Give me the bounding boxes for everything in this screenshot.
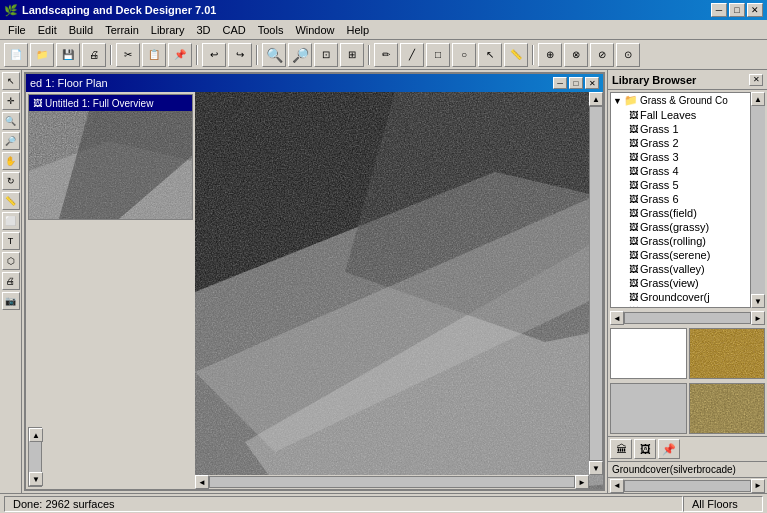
lib-tool-preview[interactable]: 🖼 (634, 439, 656, 459)
tree-expand-icon: ▼ (613, 96, 622, 106)
hscroll-right[interactable]: ► (575, 475, 589, 489)
groundcoverj-icon: 🖼 (629, 292, 638, 302)
main-canvas-svg (195, 92, 603, 489)
tree-item-grassserene[interactable]: 🖼 Grass(serene) (627, 248, 750, 262)
tree-item-grass1[interactable]: 🖼 Grass 1 (627, 122, 750, 136)
tree-item-grass3[interactable]: 🖼 Grass 3 (627, 150, 750, 164)
toolbar-zoom-fit[interactable]: ⊡ (314, 43, 338, 67)
library-title-text: Library Browser (612, 74, 696, 86)
library-browser: Library Browser ✕ ▼ 📁 Grass & Ground Co … (607, 70, 767, 493)
toolbar-measure[interactable]: 📏 (504, 43, 528, 67)
toolbar-zoom-out[interactable]: 🔎 (288, 43, 312, 67)
left-tool-camera[interactable]: 📷 (2, 292, 20, 310)
close-button[interactable]: ✕ (747, 3, 763, 17)
menu-file[interactable]: File (2, 22, 32, 38)
toolbar-undo[interactable]: ↩ (202, 43, 226, 67)
toolbar-tool4[interactable]: ⊙ (616, 43, 640, 67)
menu-terrain[interactable]: Terrain (99, 22, 145, 38)
toolbar-paste[interactable]: 📌 (168, 43, 192, 67)
tree-item-grass6[interactable]: 🖼 Grass 6 (627, 192, 750, 206)
toolbar-rect[interactable]: □ (426, 43, 450, 67)
menu-tools[interactable]: Tools (252, 22, 290, 38)
tree-item-groundcovers[interactable]: 🖼 Groundcover(s (627, 304, 750, 308)
toolbar-new[interactable]: 📄 (4, 43, 28, 67)
menu-3d[interactable]: 3D (190, 22, 216, 38)
canvas-vscroll-down[interactable]: ▼ (589, 461, 603, 475)
library-close-button[interactable]: ✕ (749, 74, 763, 86)
toolbar-sep4 (368, 45, 370, 65)
folder-icon: 📁 (624, 94, 638, 107)
lib-hscroll-right[interactable]: ► (751, 479, 765, 493)
preview-right (689, 328, 766, 379)
tree-hscroll-right[interactable]: ► (751, 311, 765, 325)
left-tool-text[interactable]: T (2, 232, 20, 250)
toolbar-save[interactable]: 💾 (56, 43, 80, 67)
left-tool-pointer[interactable]: ↖ (2, 72, 20, 90)
tree-item-grassgrassy[interactable]: 🖼 Grass(grassy) (627, 220, 750, 234)
vscroll-down[interactable]: ▼ (29, 472, 43, 486)
toolbar-print[interactable]: 🖨 (82, 43, 106, 67)
lib-tool-search[interactable]: 🏛 (610, 439, 632, 459)
menu-window[interactable]: Window (289, 22, 340, 38)
overview-canvas[interactable] (29, 111, 192, 219)
vscroll-up[interactable]: ▲ (29, 428, 43, 442)
toolbar-tool2[interactable]: ⊗ (564, 43, 588, 67)
overview-svg (29, 111, 192, 219)
tree-item-grassvalley[interactable]: 🖼 Grass(valley) (627, 262, 750, 276)
tree-item-grassrolling[interactable]: 🖼 Grass(rolling) (627, 234, 750, 248)
lib-tool-add[interactable]: 📌 (658, 439, 680, 459)
left-tool-measure[interactable]: 📏 (2, 192, 20, 210)
maximize-button[interactable]: □ (729, 3, 745, 17)
left-tool-zoom[interactable]: 🔍 (2, 112, 20, 130)
toolbar-redo[interactable]: ↪ (228, 43, 252, 67)
toolbar-line[interactable]: ╱ (400, 43, 424, 67)
tree-item-grassview[interactable]: 🖼 Grass(view) (627, 276, 750, 290)
left-tool-rotate[interactable]: ↻ (2, 172, 20, 190)
toolbar-copy[interactable]: 📋 (142, 43, 166, 67)
tree-item-grass2[interactable]: 🖼 Grass 2 (627, 136, 750, 150)
toolbar-draw[interactable]: ✏ (374, 43, 398, 67)
floor-plan-close[interactable]: ✕ (585, 77, 599, 89)
hscroll-left[interactable]: ◄ (195, 475, 209, 489)
tree-vscroll-down-btn[interactable]: ▼ (751, 294, 765, 308)
left-tool-zoomout[interactable]: 🔎 (2, 132, 20, 150)
canvas-vscroll-up[interactable]: ▲ (589, 92, 603, 106)
menu-cad[interactable]: CAD (216, 22, 251, 38)
menu-build[interactable]: Build (63, 22, 99, 38)
lib-hscroll-left[interactable]: ◄ (610, 479, 624, 493)
tree-vscroll-up-btn[interactable]: ▲ (751, 92, 765, 106)
tree-item-groundcoverj[interactable]: 🖼 Groundcover(j (627, 290, 750, 304)
left-tool-print[interactable]: 🖨 (2, 272, 20, 290)
floor-plan-maximize[interactable]: □ (569, 77, 583, 89)
toolbar-select[interactable]: ↖ (478, 43, 502, 67)
toolbar-circle[interactable]: ○ (452, 43, 476, 67)
toolbar-zoom-all[interactable]: ⊞ (340, 43, 364, 67)
grass6-icon: 🖼 (629, 194, 638, 204)
toolbar-cut[interactable]: ✂ (116, 43, 140, 67)
tree-item-grass5[interactable]: 🖼 Grass 5 (627, 178, 750, 192)
tree-item-fall-leaves[interactable]: 🖼 Fall Leaves (627, 108, 750, 122)
left-tool-crosshair[interactable]: ✛ (2, 92, 20, 110)
menu-library[interactable]: Library (145, 22, 191, 38)
toolbar-tool1[interactable]: ⊕ (538, 43, 562, 67)
left-tool-pan[interactable]: ✋ (2, 152, 20, 170)
tree-item-grass4[interactable]: 🖼 Grass 4 (627, 164, 750, 178)
minimize-button[interactable]: ─ (711, 3, 727, 17)
menu-edit[interactable]: Edit (32, 22, 63, 38)
grassview-icon: 🖼 (629, 278, 638, 288)
menu-help[interactable]: Help (341, 22, 376, 38)
left-tool-node[interactable]: ⬡ (2, 252, 20, 270)
tree-item-grassfield[interactable]: 🖼 Grass(field) (627, 206, 750, 220)
toolbar-sep2 (196, 45, 198, 65)
toolbar-open[interactable]: 📁 (30, 43, 54, 67)
tree-hscroll-left[interactable]: ◄ (610, 311, 624, 325)
left-tool-area[interactable]: ⬜ (2, 212, 20, 230)
floor-plan-minimize[interactable]: ─ (553, 77, 567, 89)
app-icon: 🌿 (4, 4, 18, 17)
main-canvas-view[interactable]: ◄ ► ▲ ▼ (195, 92, 603, 489)
svg-rect-4 (29, 111, 192, 219)
tree-root[interactable]: ▼ 📁 Grass & Ground Co (611, 93, 750, 108)
library-preview-bottom (608, 381, 767, 436)
toolbar-zoom-in[interactable]: 🔍 (262, 43, 286, 67)
toolbar-tool3[interactable]: ⊘ (590, 43, 614, 67)
